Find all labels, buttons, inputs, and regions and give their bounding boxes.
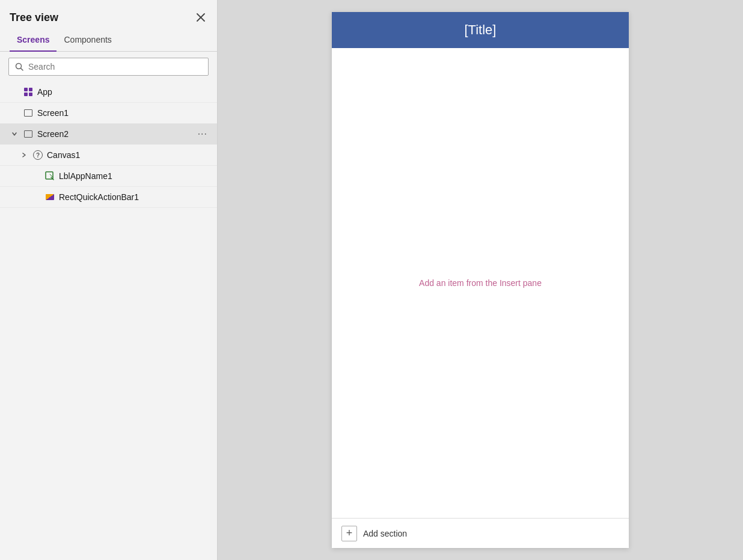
svg-rect-7 xyxy=(46,194,54,200)
rect-icon xyxy=(44,192,55,202)
app-icon xyxy=(23,87,34,97)
rect-label: RectQuickActionBar1 xyxy=(59,192,207,202)
search-input[interactable] xyxy=(28,62,202,72)
tree-item-rectquickactionbar1[interactable]: RectQuickActionBar1 xyxy=(0,187,217,208)
panel-title: Tree view xyxy=(10,11,58,24)
expand-placeholder-lbl xyxy=(31,171,41,181)
lbl-icon xyxy=(44,171,55,181)
expand-placeholder-rect xyxy=(31,192,41,202)
screen1-icon xyxy=(23,108,34,118)
canvas-body[interactable]: Add an item from the Insert pane xyxy=(332,48,629,518)
svg-line-3 xyxy=(21,68,23,71)
add-section-label: Add section xyxy=(363,529,407,538)
app-label: App xyxy=(37,87,207,97)
left-panel: Tree view Screens Components xyxy=(0,0,218,560)
chevron-down-icon xyxy=(11,131,17,137)
expand-canvas1-icon[interactable] xyxy=(19,150,29,160)
insert-hint: Add an item from the Insert pane xyxy=(419,278,542,288)
canvas1-icon: ? xyxy=(32,150,43,160)
canvas-title: [Title] xyxy=(465,22,497,38)
close-button[interactable] xyxy=(194,11,207,24)
tree-item-lblappname1[interactable]: LblAppName1 xyxy=(0,166,217,187)
add-section-plus-icon: + xyxy=(341,526,357,541)
tree-item-screen1[interactable]: Screen1 xyxy=(0,103,217,124)
screen2-icon xyxy=(23,129,34,139)
panel-header: Tree view xyxy=(0,0,217,30)
canvas1-label: Canvas1 xyxy=(47,150,207,160)
tab-components[interactable]: Components xyxy=(57,30,118,52)
chevron-right-icon xyxy=(21,152,27,158)
tabs-bar: Screens Components xyxy=(0,30,217,52)
tree-item-app[interactable]: App xyxy=(0,82,217,103)
expand-screen2-icon[interactable] xyxy=(10,129,19,139)
expand-placeholder-screen1 xyxy=(10,108,19,118)
canvas-frame: [Title] Add an item from the Insert pane… xyxy=(332,12,629,548)
lbl-label: LblAppName1 xyxy=(59,171,207,181)
expand-placeholder-app xyxy=(10,87,19,97)
search-box xyxy=(8,58,209,76)
screen2-label: Screen2 xyxy=(37,129,194,139)
search-container xyxy=(0,52,217,82)
canvas-title-bar: [Title] xyxy=(332,12,629,48)
more-button-screen2[interactable]: ··· xyxy=(198,129,207,139)
add-section-button[interactable]: + Add section xyxy=(341,526,407,541)
tree-item-screen2[interactable]: Screen2 ··· xyxy=(0,124,217,145)
canvas-footer: + Add section xyxy=(332,518,629,548)
screen1-label: Screen1 xyxy=(37,108,207,118)
close-icon xyxy=(197,13,205,22)
tree-list: App Screen1 Screen2 ··· xyxy=(0,82,217,560)
search-icon xyxy=(15,62,23,71)
tree-item-canvas1[interactable]: ? Canvas1 xyxy=(0,145,217,166)
tab-screens[interactable]: Screens xyxy=(10,30,57,52)
canvas-area: [Title] Add an item from the Insert pane… xyxy=(218,0,743,560)
